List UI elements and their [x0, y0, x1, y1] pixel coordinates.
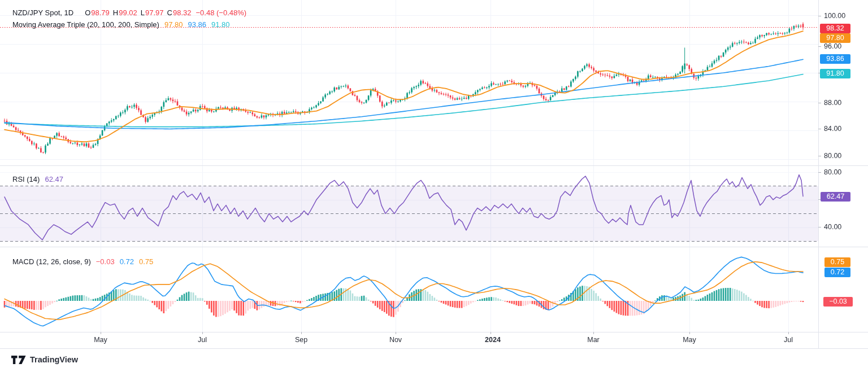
ma100-value: 93.86	[188, 20, 206, 29]
chart-plot-area[interactable]	[0, 0, 868, 372]
macd-indicator-title[interactable]: MACD (12, 26, close, 9)	[12, 257, 91, 266]
change-value: −0.48 (−0.48%)	[196, 8, 246, 17]
close-label: C	[167, 8, 172, 17]
rsi-value-badge: 62.47	[821, 192, 850, 202]
rsi-legend: RSI (14)62.47	[12, 175, 63, 183]
time-label-2024: 2024	[485, 336, 501, 344]
macd-line-badge: 0.72	[824, 268, 850, 277]
high-label: H	[113, 8, 118, 17]
close-value: 98.32	[173, 8, 192, 17]
tradingview-logo[interactable]: TradingView	[11, 355, 78, 364]
axis-label-40.00: 40.00	[824, 222, 841, 232]
time-label-Jul: Jul	[198, 336, 207, 344]
low-value: 97.97	[145, 8, 164, 17]
macd-hist-badge: −0.03	[823, 297, 853, 307]
ma100-badge: 93.86	[820, 54, 850, 64]
ma200-value: 91.80	[211, 20, 230, 29]
price-legend: NZD/JPY Spot, 1DO98.79H99.02L97.97C98.32…	[12, 8, 246, 17]
axis-label-100.00: 100.00	[824, 11, 845, 21]
macd-signal-value: 0.75	[139, 257, 153, 266]
open-label: O	[85, 8, 90, 17]
time-label-Sep: Sep	[295, 336, 307, 344]
rsi-value: 62.47	[45, 175, 63, 183]
axis-label-88.00: 88.00	[824, 98, 841, 108]
ma-indicator-title[interactable]: Moving Average Triple (20, 100, 200, Sim…	[12, 20, 159, 29]
time-label-Mar: Mar	[587, 336, 600, 344]
axis-label-80.00: 80.00	[824, 168, 841, 177]
time-label-Jul: Jul	[784, 336, 793, 344]
tradingview-logo-icon	[11, 356, 26, 364]
axis-label-96.00: 96.00	[824, 42, 841, 51]
macd-hist-value: −0.03	[96, 257, 115, 266]
ma-legend: Moving Average Triple (20, 100, 200, Sim…	[12, 20, 230, 29]
open-value: 98.79	[91, 8, 110, 17]
time-label-Nov: Nov	[389, 336, 402, 344]
macd-line-value: 0.72	[120, 257, 134, 266]
symbol-title[interactable]: NZD/JPY Spot, 1D	[12, 8, 73, 17]
low-label: L	[141, 8, 145, 17]
tradingview-logo-text: TradingView	[30, 355, 78, 364]
macd-signal-badge: 0.75	[824, 257, 850, 267]
axis-label-84.00: 84.00	[824, 124, 841, 134]
high-value: 99.02	[119, 8, 137, 17]
time-label-May: May	[683, 336, 696, 344]
close-price-badge: 98.32	[820, 24, 850, 33]
axis-label-80.00: 80.00	[824, 151, 841, 161]
tradingview-chart-window: NZD/JPY Spot, 1DO98.79H99.02L97.97C98.32…	[0, 0, 868, 372]
macd-legend: MACD (12, 26, close, 9)−0.030.720.75	[12, 257, 153, 266]
ma20-badge: 97.80	[820, 33, 850, 43]
ma200-badge: 91.80	[820, 69, 850, 78]
rsi-indicator-title[interactable]: RSI (14)	[12, 175, 40, 183]
ma20-value: 97.80	[164, 20, 183, 29]
time-label-May: May	[94, 336, 107, 344]
